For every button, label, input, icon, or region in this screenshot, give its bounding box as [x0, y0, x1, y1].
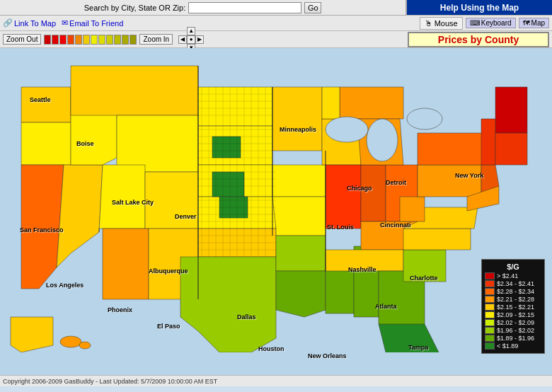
legend-row: > $2.41	[485, 272, 541, 279]
legend-title: $/G	[485, 263, 541, 271]
link-to-map-label: Link To Map	[14, 19, 56, 28]
legend-row: $1.96 - $2.02	[485, 327, 541, 334]
help-title-text: Help Using the Map	[440, 3, 519, 13]
city-label-new-orleans: New Orleans	[308, 352, 347, 359]
svg-marker-29	[340, 87, 403, 119]
zoom-tick-6[interactable]	[83, 35, 90, 45]
svg-rect-47	[212, 172, 244, 197]
svg-marker-12	[198, 87, 272, 126]
map-svg	[0, 48, 552, 352]
legend-items: > $2.41$2.34 - $2.41$2.28 - $2.34$2.21 -…	[485, 272, 541, 350]
zoom-tick-10[interactable]	[114, 35, 121, 45]
nav-mid-row: ◀ ● ▶	[178, 35, 204, 44]
svg-marker-9	[145, 172, 198, 229]
svg-marker-20	[272, 197, 326, 236]
legend-row: < $1.89	[485, 342, 541, 350]
nav-up-row: ▲	[187, 27, 195, 35]
keyboard-button[interactable]: ⌨ Keyboard	[466, 18, 516, 28]
legend-item-label: $2.34 - $2.41	[497, 280, 534, 287]
map-title-text: Prices by County	[438, 34, 519, 45]
legend-color-box	[485, 296, 495, 303]
legend-item-label: $2.02 - $2.09	[497, 319, 534, 326]
help-title: Help Using the Map	[407, 0, 552, 15]
zoom-tick-12[interactable]	[130, 35, 137, 45]
svg-marker-45	[495, 133, 527, 165]
svg-marker-26	[326, 165, 361, 229]
mouse-label: Mouse	[435, 19, 458, 28]
map-container[interactable]: GasBuddy.com GasBuddy.com GasBuddy.com G…	[0, 48, 552, 375]
copyright-text: Copyright 2006-2009 GasBuddy - Last Upda…	[3, 378, 217, 385]
zoom-tick-11[interactable]	[122, 35, 129, 45]
legend-item-label: $2.09 - $2.15	[497, 311, 534, 318]
legend-color-box	[485, 311, 495, 318]
footer-bar: Copyright 2006-2009 GasBuddy - Last Upda…	[0, 375, 552, 386]
legend-row: $1.89 - $1.96	[485, 335, 541, 342]
mouse-button[interactable]: 🖱 Mouse	[420, 17, 463, 30]
email-friend-label: Email To Friend	[69, 19, 123, 28]
legend-item-label: > $2.41	[497, 272, 518, 279]
svg-point-57	[367, 119, 398, 161]
email-friend-link[interactable]: ✉ Email To Friend	[62, 18, 123, 28]
legend-item-label: < $1.89	[497, 342, 518, 350]
legend-color-box	[485, 335, 495, 342]
legend-color-box	[485, 342, 495, 350]
zoom-out-button[interactable]: Zoom Out	[3, 34, 41, 45]
map-mode-label: Map	[531, 19, 545, 27]
email-icon: ✉	[62, 18, 68, 28]
zoom-bar: Zoom Out Zoom In ▲ ◀ ● ▶ ▼ Prices by Cou…	[0, 31, 552, 48]
legend-color-box	[485, 319, 495, 326]
legend-color-box	[485, 272, 495, 279]
svg-marker-21	[276, 236, 326, 271]
svg-point-56	[326, 117, 368, 142]
svg-marker-46	[322, 87, 340, 119]
svg-marker-22	[276, 271, 326, 317]
legend-item-label: $2.28 - $2.34	[497, 288, 534, 295]
svg-point-55	[79, 342, 91, 349]
svg-marker-35	[403, 250, 446, 282]
svg-rect-49	[212, 137, 241, 158]
svg-point-58	[407, 108, 442, 129]
link-to-map-link[interactable]: 🔗 Link To Map	[3, 18, 56, 28]
map-button[interactable]: 🗺 Map	[519, 18, 549, 28]
svg-marker-44	[481, 119, 495, 165]
mode-buttons-section: 🖱 Mouse ⌨ Keyboard 🗺 Map	[420, 17, 549, 30]
legend-item-label: $1.96 - $2.02	[497, 327, 534, 334]
keyboard-icon: ⌨	[470, 19, 480, 27]
legend-row: $2.09 - $2.15	[485, 311, 541, 318]
svg-marker-36	[403, 229, 471, 250]
legend-row: $2.15 - $2.21	[485, 304, 541, 311]
legend-item-label: $1.89 - $1.96	[497, 335, 534, 342]
search-section: Search by City, State OR Zip: Go	[0, 0, 407, 15]
svg-marker-18	[272, 87, 322, 151]
zoom-tick-9[interactable]	[106, 35, 113, 45]
map-icon: 🗺	[523, 19, 530, 27]
keyboard-label: Keyboard	[481, 19, 512, 27]
zoom-tick-7[interactable]	[91, 35, 98, 45]
link-icon: 🔗	[3, 18, 13, 28]
svg-marker-38	[400, 197, 425, 221]
zoom-tick-3[interactable]	[59, 35, 67, 45]
nav-center-button[interactable]: ●	[187, 35, 195, 44]
search-input[interactable]	[188, 2, 301, 13]
svg-marker-39	[418, 165, 481, 197]
svg-marker-43	[495, 87, 527, 133]
legend-row: $2.28 - $2.34	[485, 288, 541, 295]
svg-marker-19	[272, 165, 326, 197]
nav-up-button[interactable]: ▲	[187, 27, 195, 35]
zoom-slider	[44, 35, 137, 45]
legend-row: $2.02 - $2.09	[485, 319, 541, 326]
zoom-tick-8[interactable]	[98, 35, 105, 45]
zoom-tick-5[interactable]	[75, 35, 82, 45]
zoom-in-button[interactable]: Zoom In	[139, 34, 173, 45]
go-button[interactable]: Go	[304, 2, 321, 13]
zoom-tick-4[interactable]	[67, 35, 74, 45]
svg-marker-1	[21, 87, 71, 122]
svg-marker-10	[103, 229, 149, 299]
nav-right-button[interactable]: ▶	[195, 35, 204, 44]
toolbar-bar: 🔗 Link To Map ✉ Email To Friend 🖱 Mouse …	[0, 16, 552, 31]
map-title-box: Prices by County	[408, 32, 549, 47]
legend-color-box	[485, 304, 495, 311]
zoom-tick-2[interactable]	[52, 35, 59, 45]
nav-left-button[interactable]: ◀	[178, 35, 187, 44]
zoom-tick-1[interactable]	[44, 35, 51, 45]
